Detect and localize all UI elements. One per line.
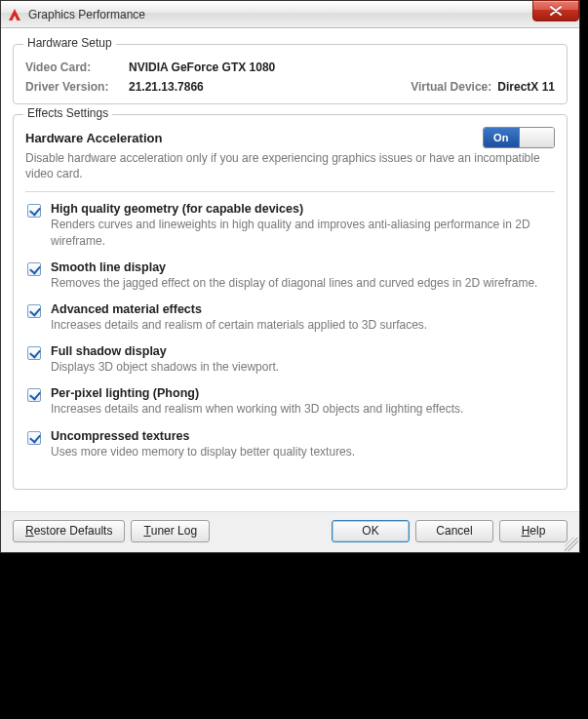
effect-option-desc: Removes the jagged effect on the display… xyxy=(51,275,555,291)
effect-option-checkbox[interactable] xyxy=(27,304,41,318)
effect-option-title: High quality geometry (for capable devic… xyxy=(51,202,555,216)
video-card-value: NVIDIA GeForce GTX 1080 xyxy=(129,60,275,74)
hardware-accel-desc: Disable hardware acceleration only if yo… xyxy=(25,150,555,181)
hardware-accel-toggle[interactable]: On xyxy=(483,127,555,148)
effect-option-title: Advanced material effects xyxy=(51,302,555,316)
effect-option-body: Full shadow displayDisplays 3D object sh… xyxy=(51,344,555,375)
effect-option: Full shadow displayDisplays 3D object sh… xyxy=(27,344,555,375)
virtual-device-label: Virtual Device: xyxy=(411,80,491,94)
effect-option-desc: Uses more video memory to display better… xyxy=(51,444,555,459)
effect-option-desc: Increases details and realism of certain… xyxy=(51,317,555,333)
hardware-setup-title: Hardware Setup xyxy=(23,36,116,50)
driver-version-value: 21.21.13.7866 xyxy=(129,80,204,94)
effects-settings-group: Effects Settings Hardware Acceleration O… xyxy=(13,114,568,490)
effect-option-checkbox[interactable] xyxy=(27,431,41,445)
effect-option-desc: Renders curves and lineweights in high q… xyxy=(51,217,555,248)
titlebar: Graphics Performance xyxy=(1,1,579,28)
effect-option-checkbox[interactable] xyxy=(27,388,41,402)
video-card-label: Video Card: xyxy=(25,60,123,74)
resize-grip[interactable] xyxy=(565,538,578,551)
dialog-button-row: Restore Defaults Tuner Log OK Cancel Hel… xyxy=(1,511,579,552)
help-button[interactable]: Help xyxy=(499,520,568,542)
effect-option-title: Full shadow display xyxy=(51,344,555,358)
effect-option-title: Uncompressed textures xyxy=(51,429,555,443)
tuner-log-button[interactable]: Tuner Log xyxy=(131,520,210,542)
app-icon xyxy=(7,7,22,22)
restore-defaults-button[interactable]: Restore Defaults xyxy=(13,520,125,542)
driver-version-label: Driver Version: xyxy=(25,80,123,94)
effect-option: Uncompressed texturesUses more video mem… xyxy=(27,429,555,459)
effect-option-title: Smooth line display xyxy=(51,260,555,274)
effect-option-desc: Increases details and realism when worki… xyxy=(51,401,555,417)
separator xyxy=(25,191,555,192)
cancel-button[interactable]: Cancel xyxy=(415,520,493,542)
effects-settings-title: Effects Settings xyxy=(23,106,112,120)
effect-option-body: Smooth line displayRemoves the jagged ef… xyxy=(51,260,555,291)
toggle-on-label: On xyxy=(484,128,520,147)
virtual-device-value: DirectX 11 xyxy=(497,80,555,94)
effect-option-body: Advanced material effectsIncreases detai… xyxy=(51,302,555,333)
effect-option: Per-pixel lighting (Phong)Increases deta… xyxy=(27,386,555,417)
ok-button[interactable]: OK xyxy=(332,520,410,542)
effect-option-body: Uncompressed texturesUses more video mem… xyxy=(51,429,555,459)
effect-option: Smooth line displayRemoves the jagged ef… xyxy=(27,260,555,291)
effect-option-body: Per-pixel lighting (Phong)Increases deta… xyxy=(51,386,555,417)
effect-option: High quality geometry (for capable devic… xyxy=(27,202,555,248)
effect-option-checkbox[interactable] xyxy=(27,346,41,360)
toggle-off-half xyxy=(520,128,555,147)
effect-option-desc: Displays 3D object shadows in the viewpo… xyxy=(51,359,555,375)
effect-option-title: Per-pixel lighting (Phong) xyxy=(51,386,555,400)
effect-option: Advanced material effectsIncreases detai… xyxy=(27,302,555,333)
effect-option-body: High quality geometry (for capable devic… xyxy=(51,202,555,248)
hardware-setup-group: Hardware Setup Video Card: NVIDIA GeForc… xyxy=(13,44,568,104)
dialog-window: Graphics Performance Hardware Setup Vide… xyxy=(0,0,580,553)
dialog-content: Hardware Setup Video Card: NVIDIA GeForc… xyxy=(1,28,579,511)
effect-option-checkbox[interactable] xyxy=(27,262,41,276)
effect-option-checkbox[interactable] xyxy=(27,204,41,218)
window-title: Graphics Performance xyxy=(28,8,145,21)
hardware-accel-title: Hardware Acceleration xyxy=(25,131,162,145)
close-button[interactable] xyxy=(532,0,579,21)
